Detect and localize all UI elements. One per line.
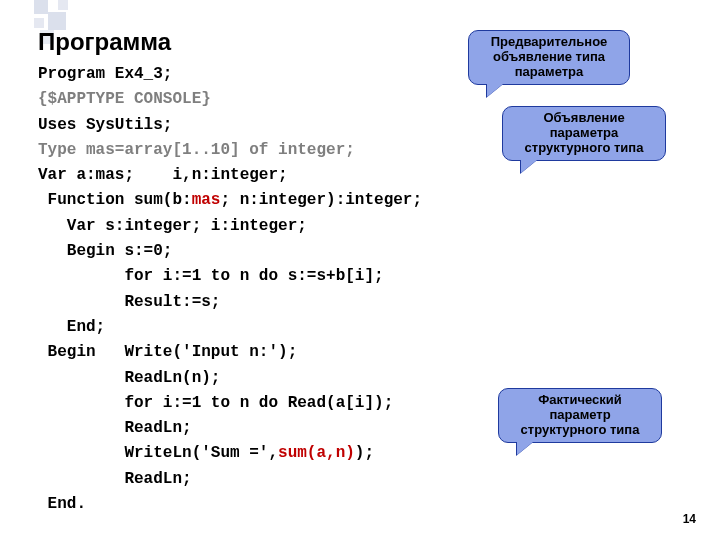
- callout-param-decl: Объявление параметра структурного типа: [502, 106, 666, 161]
- code-line: ; n:integer):integer;: [220, 191, 422, 209]
- code-line: Var s:integer; i:integer;: [38, 217, 307, 235]
- code-line: Begin s:=0;: [38, 242, 172, 260]
- callout-text: Объявление параметра структурного типа: [525, 110, 644, 155]
- code-line: Function sum(b:: [38, 191, 192, 209]
- code-line: Var a:mas; i,n:integer;: [38, 166, 288, 184]
- code-line: End;: [38, 318, 105, 336]
- code-line: ReadLn;: [38, 470, 192, 488]
- callout-tail-icon: [517, 442, 533, 455]
- callout-text: Предварительное объявление типа параметр…: [491, 34, 608, 79]
- callout-text: Фактический параметр структурного типа: [521, 392, 640, 437]
- code-line: Type mas=array[1..10] of integer;: [38, 141, 355, 159]
- callout-predeclare: Предварительное объявление типа параметр…: [468, 30, 630, 85]
- code-line: Program Ex4_3;: [38, 65, 172, 83]
- code-line: Begin Write('Input n:');: [38, 343, 297, 361]
- code-line: for i:=1 to n do Read(a[i]);: [38, 394, 393, 412]
- callout-tail-icon: [521, 160, 537, 173]
- code-line: ReadLn;: [38, 419, 192, 437]
- code-line: WriteLn('Sum =',: [38, 444, 278, 462]
- code-line: Result:=s;: [38, 293, 220, 311]
- callout-actual-param: Фактический параметр структурного типа: [498, 388, 662, 443]
- page-number: 14: [683, 512, 696, 526]
- slide-title: Программа: [38, 28, 171, 56]
- code-line: for i:=1 to n do s:=s+b[i];: [38, 267, 384, 285]
- code-line: ReadLn(n);: [38, 369, 220, 387]
- code-mas: mas: [192, 191, 221, 209]
- code-sumcall: sum(a,n): [278, 444, 355, 462]
- code-line: {$APPTYPE CONSOLE}: [38, 90, 211, 108]
- callout-tail-icon: [487, 84, 503, 97]
- code-block: Program Ex4_3; {$APPTYPE CONSOLE} Uses S…: [38, 62, 422, 517]
- code-line: End.: [38, 495, 86, 513]
- code-line: Uses SysUtils;: [38, 116, 172, 134]
- code-line: );: [355, 444, 374, 462]
